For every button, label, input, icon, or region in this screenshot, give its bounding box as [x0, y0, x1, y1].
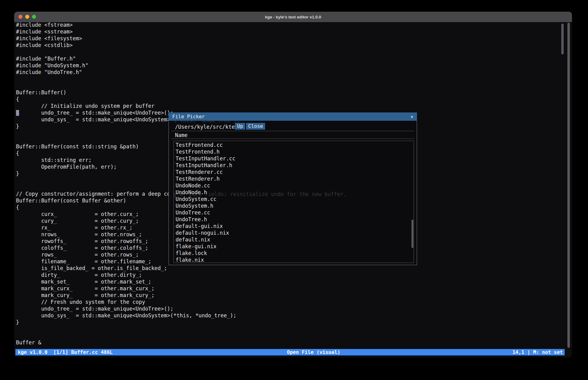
file-list-item[interactable]: UndoNode.cc [174, 182, 414, 189]
file-list-item[interactable]: UndoNode.h [174, 189, 414, 196]
file-list-item[interactable]: TestInputHandler.cc [174, 155, 414, 162]
window-scrollbar[interactable] [567, 23, 570, 348]
dialog-titlebar[interactable]: File Picker ✕ [169, 112, 417, 121]
file-list-item[interactable]: flake-gui.nix [174, 243, 414, 250]
app-window: kge - kyle's text editor v1.0.0 #include… [14, 12, 572, 358]
file-list-item[interactable]: UndoTree.cc [174, 209, 414, 216]
status-bar: kge v1.0.0 [1/1] Buffer.cc 486L Open Fil… [15, 349, 565, 355]
status-left-label: kge v1.0.0 [1/1] Buffer.cc 486L [18, 349, 113, 355]
current-path-label: /Users/kyle/src/kte [175, 124, 235, 130]
separator [171, 131, 414, 131]
separator [171, 139, 414, 139]
file-list-item[interactable]: UndoSystem.h [174, 202, 414, 209]
file-list-item[interactable]: flake.nix [174, 257, 414, 263]
file-list-item[interactable]: TestRenderer.h [174, 175, 414, 182]
file-list-item[interactable]: UndoSystem.cc [174, 196, 414, 202]
file-list-item[interactable]: TestFrontend.h [174, 148, 414, 155]
window-title: kge - kyle's text editor v1.0.0 [14, 12, 572, 22]
file-list-item[interactable]: flake.lock [174, 250, 414, 257]
file-list: TestFrontend.ccTestFrontend.hTestInputHa… [173, 141, 414, 263]
close-button[interactable]: Close [246, 123, 265, 130]
name-column-header: Name [175, 132, 188, 138]
file-list-item[interactable]: default-nogui.nix [174, 229, 414, 236]
status-mode-label: Open File (visual) [287, 349, 340, 355]
file-picker-dialog: (*this, *undo_tree_); y of core fields; … [169, 112, 417, 265]
dialog-title: File Picker [172, 114, 205, 119]
file-list-item[interactable]: TestRenderer.cc [174, 169, 414, 175]
file-list-item[interactable]: TestFrontend.cc [174, 142, 414, 148]
dialog-close-icon[interactable]: ✕ [411, 114, 413, 119]
status-cursor-position: 14,1 | M: not set [512, 349, 563, 355]
file-list-item[interactable]: default.nix [174, 236, 414, 243]
file-list-item[interactable]: default-gui.nix [174, 223, 414, 229]
window-titlebar[interactable]: kge - kyle's text editor v1.0.0 [14, 12, 572, 22]
editor-scrollbar-thumb[interactable] [561, 24, 564, 54]
file-list-item[interactable]: TestInputHandler.h [174, 162, 414, 169]
file-list-item[interactable]: UndoTree.h [174, 216, 414, 223]
file-list-scrollbar-thumb[interactable] [411, 220, 413, 248]
up-button[interactable]: Up [235, 123, 245, 130]
text-cursor [16, 110, 19, 116]
